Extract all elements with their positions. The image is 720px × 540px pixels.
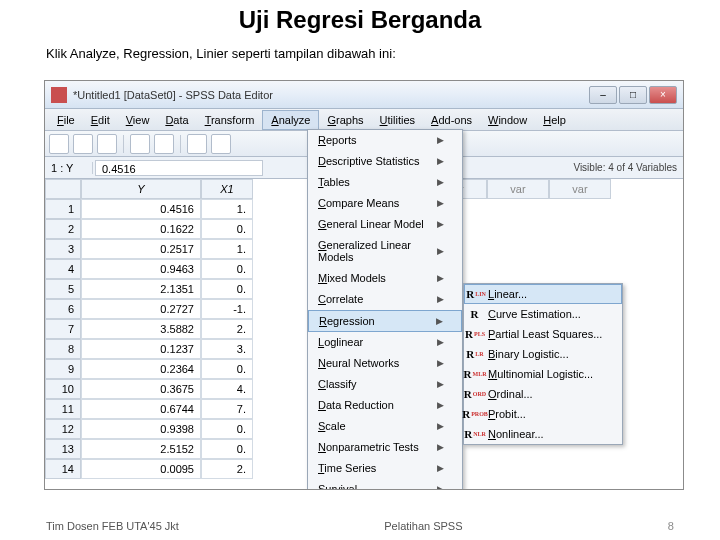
analyze-item-nonparametric-tests[interactable]: Nonparametric Tests▶	[308, 437, 462, 458]
menu-utilities[interactable]: Utilities	[372, 111, 423, 129]
row-header[interactable]: 9	[45, 359, 81, 379]
chart-icon[interactable]	[211, 134, 231, 154]
analyze-item-general-linear-model[interactable]: General Linear Model▶	[308, 214, 462, 235]
data-cell[interactable]: 0.0095	[81, 459, 201, 479]
menu-view[interactable]: View	[118, 111, 158, 129]
row-header[interactable]: 4	[45, 259, 81, 279]
data-cell[interactable]: 1.	[201, 239, 253, 259]
row-header[interactable]: 5	[45, 279, 81, 299]
row-header[interactable]: 3	[45, 239, 81, 259]
submenu-arrow-icon: ▶	[437, 442, 444, 452]
data-cell[interactable]: 2.	[201, 319, 253, 339]
row-header[interactable]: 8	[45, 339, 81, 359]
data-cell[interactable]: 7.	[201, 399, 253, 419]
column-header[interactable]: X1	[201, 179, 253, 199]
column-header[interactable]	[45, 179, 81, 199]
regression-item-partial-least-squares[interactable]: RPLSPartial Least Squares...	[464, 324, 622, 344]
analyze-item-descriptive-statistics[interactable]: Descriptive Statistics▶	[308, 151, 462, 172]
row-header[interactable]: 11	[45, 399, 81, 419]
var-column-header[interactable]: var	[549, 179, 611, 199]
data-cell[interactable]: 2.1351	[81, 279, 201, 299]
data-cell[interactable]: 0.6744	[81, 399, 201, 419]
analyze-item-survival[interactable]: Survival▶	[308, 479, 462, 490]
menu-transform[interactable]: Transform	[197, 111, 263, 129]
regression-item-nonlinear[interactable]: RNLRNonlinear...	[464, 424, 622, 444]
data-cell[interactable]: 0.	[201, 219, 253, 239]
analyze-item-regression[interactable]: Regression▶	[308, 310, 462, 332]
row-header[interactable]: 6	[45, 299, 81, 319]
data-cell[interactable]: 0.2517	[81, 239, 201, 259]
menu-add-ons[interactable]: Add-ons	[423, 111, 480, 129]
row-header[interactable]: 10	[45, 379, 81, 399]
print-icon[interactable]	[97, 134, 117, 154]
regression-submenu[interactable]: RLINLinear...RCurve Estimation...RPLSPar…	[463, 283, 623, 445]
data-cell[interactable]: 0.9463	[81, 259, 201, 279]
menu-graphs[interactable]: Graphs	[319, 111, 371, 129]
analyze-item-mixed-models[interactable]: Mixed Models▶	[308, 268, 462, 289]
regression-item-binary-logistic[interactable]: RLRBinary Logistic...	[464, 344, 622, 364]
analyze-item-generalized-linear-models[interactable]: Generalized Linear Models▶	[308, 235, 462, 268]
regression-item-linear[interactable]: RLINLinear...	[464, 284, 622, 304]
redo-icon[interactable]	[154, 134, 174, 154]
data-cell[interactable]: 3.5882	[81, 319, 201, 339]
open-icon[interactable]	[49, 134, 69, 154]
minimize-button[interactable]: –	[589, 86, 617, 104]
data-cell[interactable]: 1.	[201, 199, 253, 219]
titlebar: *Untitled1 [DataSet0] - SPSS Data Editor…	[45, 81, 683, 109]
analyze-menu[interactable]: Reports▶Descriptive Statistics▶Tables▶Co…	[307, 129, 463, 490]
data-cell[interactable]: 0.9398	[81, 419, 201, 439]
data-cell[interactable]: 0.4516	[81, 199, 201, 219]
regression-item-curve-estimation[interactable]: RCurve Estimation...	[464, 304, 622, 324]
regression-item-probit[interactable]: RPROBProbit...	[464, 404, 622, 424]
save-icon[interactable]	[73, 134, 93, 154]
analyze-item-neural-networks[interactable]: Neural Networks▶	[308, 353, 462, 374]
slide-footer: Tim Dosen FEB UTA'45 Jkt Pelatihan SPSS …	[0, 520, 720, 532]
menu-help[interactable]: Help	[535, 111, 574, 129]
menu-data[interactable]: Data	[157, 111, 196, 129]
data-cell[interactable]: 4.	[201, 379, 253, 399]
data-cell[interactable]: -1.	[201, 299, 253, 319]
data-cell[interactable]: 2.	[201, 459, 253, 479]
data-cell[interactable]: 0.1237	[81, 339, 201, 359]
analyze-item-data-reduction[interactable]: Data Reduction▶	[308, 395, 462, 416]
data-cell[interactable]: 0.	[201, 279, 253, 299]
data-cell[interactable]: 0.	[201, 419, 253, 439]
row-header[interactable]: 1	[45, 199, 81, 219]
analyze-item-scale[interactable]: Scale▶	[308, 416, 462, 437]
data-cell[interactable]: 0.3675	[81, 379, 201, 399]
data-cell[interactable]: 0.1622	[81, 219, 201, 239]
cell-value-input[interactable]: 0.4516	[95, 160, 263, 176]
row-header[interactable]: 14	[45, 459, 81, 479]
row-header[interactable]: 13	[45, 439, 81, 459]
close-button[interactable]: ×	[649, 86, 677, 104]
analyze-item-reports[interactable]: Reports▶	[308, 130, 462, 151]
maximize-button[interactable]: □	[619, 86, 647, 104]
analyze-item-tables[interactable]: Tables▶	[308, 172, 462, 193]
data-cell[interactable]: 0.2364	[81, 359, 201, 379]
analyze-item-loglinear[interactable]: Loglinear▶	[308, 332, 462, 353]
data-cell[interactable]: 3.	[201, 339, 253, 359]
row-header[interactable]: 12	[45, 419, 81, 439]
data-cell[interactable]: 0.	[201, 359, 253, 379]
row-header[interactable]: 7	[45, 319, 81, 339]
menu-file[interactable]: File	[49, 111, 83, 129]
row-header[interactable]: 2	[45, 219, 81, 239]
data-cell[interactable]: 0.	[201, 439, 253, 459]
data-cell[interactable]: 0.2727	[81, 299, 201, 319]
menu-analyze[interactable]: Analyze	[262, 110, 319, 130]
var-column-header[interactable]: var	[487, 179, 549, 199]
analyze-item-time-series[interactable]: Time Series▶	[308, 458, 462, 479]
analyze-item-classify[interactable]: Classify▶	[308, 374, 462, 395]
column-header[interactable]: Y	[81, 179, 201, 199]
analyze-item-compare-means[interactable]: Compare Means▶	[308, 193, 462, 214]
data-cell[interactable]: 2.5152	[81, 439, 201, 459]
regression-item-multinomial-logistic[interactable]: RMLRMultinomial Logistic...	[464, 364, 622, 384]
regression-item-ordinal[interactable]: RORDOrdinal...	[464, 384, 622, 404]
data-cell[interactable]: 0.	[201, 259, 253, 279]
find-icon[interactable]	[187, 134, 207, 154]
analyze-item-correlate[interactable]: Correlate▶	[308, 289, 462, 310]
menu-window[interactable]: Window	[480, 111, 535, 129]
slide-title: Uji Regresi Berganda	[0, 0, 720, 34]
menu-edit[interactable]: Edit	[83, 111, 118, 129]
undo-icon[interactable]	[130, 134, 150, 154]
